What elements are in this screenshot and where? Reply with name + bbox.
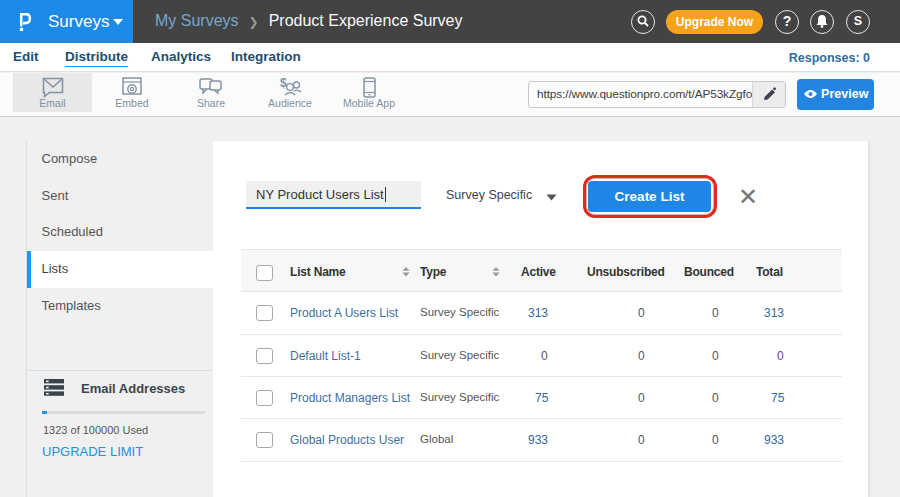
svg-text:$: $ [280, 77, 287, 90]
